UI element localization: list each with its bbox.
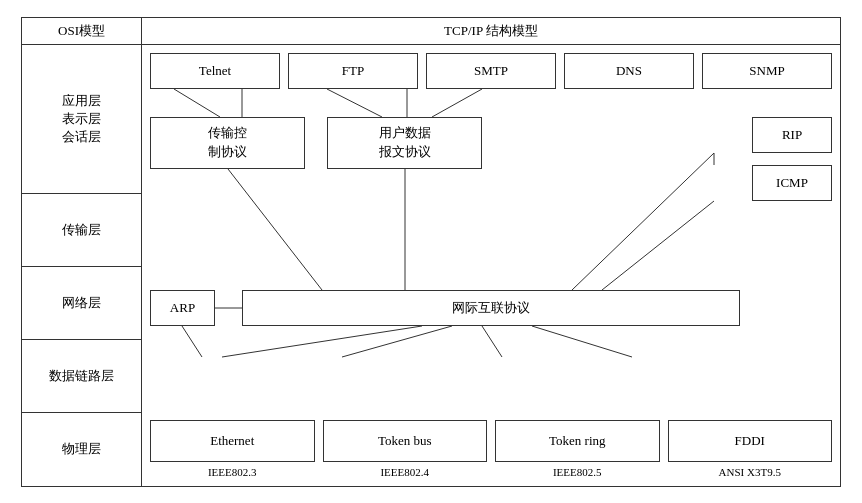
tcpip-panel: TCP/IP 结构模型 Telnet FTP SMTP DNS SNMP <box>142 18 840 486</box>
phys-box-tokenbus: Token bus <box>323 420 488 462</box>
osi-title: OSI模型 <box>22 18 141 45</box>
svg-line-4 <box>432 89 482 117</box>
svg-line-8 <box>602 201 714 290</box>
phys-label-tokenbus: IEEE802.4 <box>323 464 488 478</box>
svg-line-13 <box>532 326 632 357</box>
phys-label-tokenring: IEEE802.5 <box>495 464 660 478</box>
svg-line-0 <box>174 89 220 117</box>
phys-label-fddi: ANSI X3T9.5 <box>668 464 833 478</box>
svg-line-12 <box>482 326 502 357</box>
phys-box-ethernet: Ethernet <box>150 420 315 462</box>
app-box-telnet: Telnet <box>150 53 280 89</box>
app-box-dns: DNS <box>564 53 694 89</box>
svg-line-2 <box>327 89 382 117</box>
osi-layer-network: 网络层 <box>22 267 141 340</box>
osi-layers: 应用层表示层会话层 传输层 网络层 数据链路层 物理层 <box>22 45 141 486</box>
physical-row: Ethernet Token bus Token ring FDDI IEEE8… <box>150 420 832 478</box>
icmp-box: ICMP <box>752 165 832 201</box>
phys-box-tokenring: Token ring <box>495 420 660 462</box>
osi-layer-transport: 传输层 <box>22 194 141 267</box>
osi-layer-application: 应用层表示层会话层 <box>22 45 141 195</box>
osi-panel: OSI模型 应用层表示层会话层 传输层 网络层 数据链路层 物理层 <box>22 18 142 486</box>
ip-box: 网际互联协议 <box>242 290 740 326</box>
svg-line-5 <box>228 169 322 290</box>
phys-box-fddi: FDDI <box>668 420 833 462</box>
svg-line-14 <box>182 326 202 357</box>
app-box-ftp: FTP <box>288 53 418 89</box>
main-diagram: OSI模型 应用层表示层会话层 传输层 网络层 数据链路层 物理层 TCP/IP… <box>21 17 841 487</box>
svg-line-10 <box>222 326 422 357</box>
phys-label-ethernet: IEEE802.3 <box>150 464 315 478</box>
udp-box: 用户数据报文协议 <box>327 117 482 169</box>
tcpip-content: Telnet FTP SMTP DNS SNMP 传输控制协议 <box>142 45 840 486</box>
arp-box: ARP <box>150 290 215 326</box>
svg-line-7 <box>572 153 714 290</box>
tcpip-title: TCP/IP 结构模型 <box>142 18 840 45</box>
app-protocol-row: Telnet FTP SMTP DNS SNMP <box>150 53 832 89</box>
svg-line-11 <box>342 326 452 357</box>
osi-layer-physical: 物理层 <box>22 413 141 485</box>
app-box-smtp: SMTP <box>426 53 556 89</box>
app-box-snmp: SNMP <box>702 53 832 89</box>
osi-layer-datalink: 数据链路层 <box>22 340 141 413</box>
tcp-box: 传输控制协议 <box>150 117 305 169</box>
rip-box: RIP <box>752 117 832 153</box>
